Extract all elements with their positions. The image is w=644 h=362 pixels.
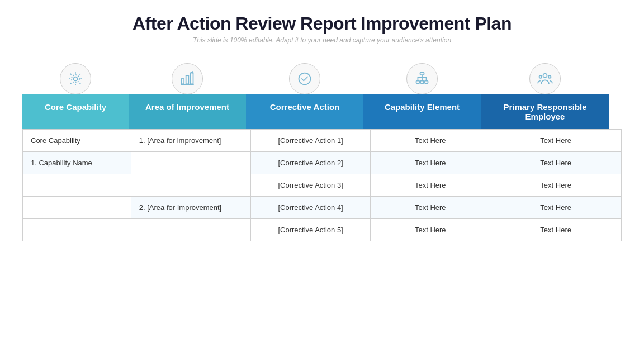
page-subtitle: This slide is 100% editable. Adapt it to… (193, 36, 451, 44)
cell-core-capability-3 (23, 174, 131, 197)
cell-core-capability-2: 1. Capability Name (23, 152, 131, 174)
svg-rect-3 (186, 75, 189, 84)
page-title: After Action Review Report Improvement P… (132, 13, 512, 34)
data-table: Core Capability 1. [Area for improvement… (22, 129, 622, 241)
cell-corrective-1: [Corrective Action 1] (250, 130, 370, 152)
header-core-capability: Core Capability (22, 94, 129, 129)
gear-icon (60, 63, 91, 94)
icon-cell-primary-responsible (481, 55, 609, 94)
cell-area-4: 2. [Area for Improvement] (131, 197, 250, 219)
cell-cap-elem-2: Text Here (371, 152, 490, 174)
svg-rect-7 (416, 81, 420, 84)
cell-cap-elem-1: Text Here (371, 130, 490, 152)
svg-rect-4 (191, 73, 193, 84)
header-corrective-action: Corrective Action (246, 94, 363, 129)
icon-cell-area-improvement (129, 55, 246, 94)
cell-cap-elem-3: Text Here (371, 174, 490, 197)
icon-cell-corrective-action (246, 55, 363, 94)
cell-primary-5: Text Here (490, 219, 622, 241)
cell-area-2 (131, 152, 250, 174)
icon-cell-capability-element (363, 55, 481, 94)
header-area-improvement: Area of Improvement (129, 94, 246, 129)
table-row: [Corrective Action 3] Text Here Text Her… (23, 174, 622, 197)
cell-area-5 (131, 219, 250, 241)
cell-area-3 (131, 174, 250, 197)
svg-rect-2 (182, 79, 184, 84)
cell-primary-1: Text Here (490, 130, 622, 152)
table-row: [Corrective Action 5] Text Here Text Her… (23, 219, 622, 241)
table-wrapper: Core Capability Area of Improvement Corr… (22, 55, 622, 241)
svg-point-0 (74, 77, 78, 81)
cell-cap-elem-4: Text Here (371, 197, 490, 219)
check-circle-icon (289, 63, 320, 94)
icon-row (22, 55, 622, 94)
svg-point-5 (299, 73, 311, 85)
team-icon (529, 63, 561, 94)
svg-rect-9 (425, 81, 428, 84)
svg-point-10 (543, 74, 547, 78)
header-row: Core Capability Area of Improvement Corr… (22, 94, 622, 129)
header-capability-element: Capability Element (363, 94, 481, 129)
cell-core-capability-1: Core Capability (23, 130, 131, 152)
svg-point-12 (548, 75, 551, 78)
table-row: Core Capability 1. [Area for improvement… (23, 130, 622, 152)
cell-corrective-5: [Corrective Action 5] (250, 219, 370, 241)
svg-rect-8 (420, 81, 424, 84)
table-row: 2. [Area for Improvement] [Corrective Ac… (23, 197, 622, 219)
icon-cell-core-capability (22, 55, 129, 94)
cell-core-capability-5 (23, 219, 131, 241)
cell-primary-2: Text Here (490, 152, 622, 174)
cell-primary-4: Text Here (490, 197, 622, 219)
header-primary-responsible: Primary Responsible Employee (481, 94, 609, 129)
cell-area-1: 1. [Area for improvement] (131, 130, 250, 152)
svg-rect-6 (420, 72, 424, 75)
cell-core-capability-4 (23, 197, 131, 219)
cell-corrective-2: [Corrective Action 2] (250, 152, 370, 174)
cell-cap-elem-5: Text Here (371, 219, 490, 241)
cell-primary-3: Text Here (490, 174, 622, 197)
table-row: 1. Capability Name [Corrective Action 2]… (23, 152, 622, 174)
cell-corrective-3: [Corrective Action 3] (250, 174, 370, 197)
cell-corrective-4: [Corrective Action 4] (250, 197, 370, 219)
svg-point-11 (539, 75, 542, 78)
bar-chart-icon (172, 63, 203, 94)
hierarchy-icon (406, 63, 438, 94)
svg-point-1 (72, 75, 79, 83)
